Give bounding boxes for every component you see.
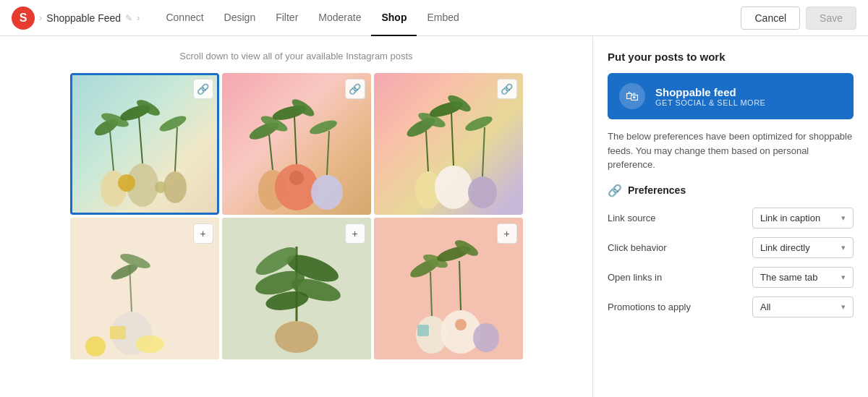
open-links-in-label: Open links in xyxy=(608,272,662,283)
plus-badge-4[interactable]: + xyxy=(193,223,213,244)
svg-point-15 xyxy=(311,175,343,210)
nav-step-embed[interactable]: Embed xyxy=(417,0,469,36)
breadcrumb-label: Shoppable Feed xyxy=(46,12,121,24)
breadcrumb: Shoppable Feed ✎ xyxy=(46,12,132,24)
main-content: Scroll down to view all of your availabl… xyxy=(0,36,868,397)
preferences-heading: 🔗 Preferences xyxy=(608,184,854,197)
save-button[interactable]: Save xyxy=(806,7,856,30)
image-cell-5[interactable]: + xyxy=(222,218,371,359)
svg-rect-63 xyxy=(417,325,429,336)
svg-line-16 xyxy=(269,135,273,170)
svg-point-2 xyxy=(163,171,187,203)
svg-point-35 xyxy=(463,114,493,134)
image-grid: 🔗 xyxy=(70,73,523,359)
left-panel: Scroll down to view all of your availabl… xyxy=(0,36,592,397)
preferences-label: Preferences xyxy=(628,184,686,196)
svg-point-10 xyxy=(157,113,187,135)
cancel-button[interactable]: Cancel xyxy=(741,7,800,30)
svg-line-30 xyxy=(482,127,485,176)
svg-point-27 xyxy=(468,176,497,208)
link-badge-1[interactable]: 🔗 xyxy=(193,79,213,99)
shoppable-feed-card[interactable]: 🛍 Shoppable feed GET SOCIAL & SELL MORE xyxy=(608,73,854,119)
feed-card-subtitle: GET SOCIAL & SELL MORE xyxy=(655,98,765,107)
svg-point-23 xyxy=(307,118,338,137)
svg-point-12 xyxy=(155,182,166,193)
promotions-select[interactable]: All ▾ xyxy=(752,296,854,317)
click-behavior-label: Click behavior xyxy=(608,242,667,253)
right-panel: Put your posts to work 🛍 Shoppable feed … xyxy=(593,36,868,397)
svg-line-29 xyxy=(451,113,454,166)
promotions-label: Promotions to apply xyxy=(608,302,691,312)
svg-point-11 xyxy=(118,174,135,192)
svg-point-55 xyxy=(473,323,499,352)
image-cell-1[interactable]: 🔗 xyxy=(70,73,219,215)
pref-row-open-links-in: Open links in The same tab ▾ xyxy=(608,267,854,288)
pref-row-link-source: Link source Link in caption ▾ xyxy=(608,208,854,229)
nav-chevron: › xyxy=(137,12,140,23)
svg-line-17 xyxy=(294,116,297,164)
promotions-value: All xyxy=(760,302,770,312)
link-badge-3[interactable]: 🔗 xyxy=(497,79,517,99)
edit-icon[interactable]: ✎ xyxy=(125,13,132,23)
nav-step-moderate[interactable]: Moderate xyxy=(308,0,371,36)
link-icon: 🔗 xyxy=(608,184,622,197)
header: S › Shoppable Feed ✎ › Connect Design Fi… xyxy=(0,0,868,36)
svg-line-4 xyxy=(139,116,142,163)
image-cell-2[interactable]: 🔗 xyxy=(222,73,371,215)
svg-line-5 xyxy=(175,127,177,171)
image-cell-4[interactable]: + xyxy=(70,218,219,359)
promotions-chevron: ▾ xyxy=(841,302,846,312)
open-links-in-value: The same tab xyxy=(760,272,818,283)
svg-point-24 xyxy=(289,171,304,185)
click-behavior-value: Link directly xyxy=(760,242,810,253)
svg-point-45 xyxy=(275,321,318,353)
plus-badge-6[interactable]: + xyxy=(497,223,517,244)
open-links-in-chevron: ▾ xyxy=(841,273,846,282)
svg-line-18 xyxy=(327,131,329,175)
nav-step-design[interactable]: Design xyxy=(214,0,266,36)
nav-steps: Connect Design Filter Moderate Shop Embe… xyxy=(156,0,469,36)
svg-point-26 xyxy=(435,166,472,209)
link-source-select[interactable]: Link in caption ▾ xyxy=(752,208,854,229)
nav-step-shop[interactable]: Shop xyxy=(371,0,417,36)
logo[interactable]: S xyxy=(12,7,35,30)
feed-card-text: Shoppable feed GET SOCIAL & SELL MORE xyxy=(655,86,765,107)
link-source-chevron: ▾ xyxy=(841,213,846,223)
svg-point-42 xyxy=(135,336,164,353)
scroll-hint: Scroll down to view all of your availabl… xyxy=(179,51,412,61)
image-cell-6[interactable]: + xyxy=(374,218,523,359)
feed-card-title: Shoppable feed xyxy=(655,86,765,98)
shopping-bag-icon: 🛍 xyxy=(619,83,645,109)
svg-line-28 xyxy=(426,131,428,171)
pref-row-promotions: Promotions to apply All ▾ xyxy=(608,296,854,317)
svg-point-43 xyxy=(85,336,106,357)
open-links-in-select[interactable]: The same tab ▾ xyxy=(752,267,854,288)
link-source-label: Link source xyxy=(608,213,655,223)
click-behavior-chevron: ▾ xyxy=(841,243,846,252)
nav-step-connect[interactable]: Connect xyxy=(156,0,213,36)
panel-title: Put your posts to work xyxy=(608,51,854,63)
link-badge-2[interactable]: 🔗 xyxy=(345,79,365,99)
header-actions: Cancel Save xyxy=(741,7,856,30)
svg-line-3 xyxy=(110,131,114,171)
plus-badge-5[interactable]: + xyxy=(345,223,365,244)
pref-row-click-behavior: Click behavior Link directly ▾ xyxy=(608,237,854,258)
svg-point-62 xyxy=(455,319,467,330)
image-cell-3[interactable]: 🔗 xyxy=(374,73,523,215)
nav-step-filter[interactable]: Filter xyxy=(265,0,308,36)
svg-rect-41 xyxy=(110,326,126,339)
breadcrumb-chevron: › xyxy=(39,12,42,23)
link-source-value: Link in caption xyxy=(760,213,820,223)
click-behavior-select[interactable]: Link directly ▾ xyxy=(752,237,854,258)
pref-description: The below preferences have been optimize… xyxy=(608,129,854,172)
